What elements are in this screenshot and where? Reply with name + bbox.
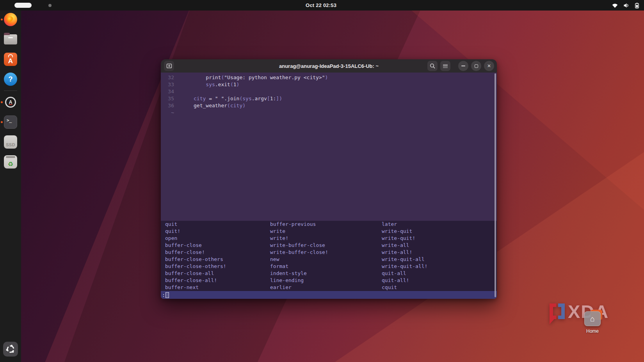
completion-item[interactable]: quit [165, 221, 270, 228]
completion-item[interactable]: format [270, 263, 382, 270]
home-desktop-icon[interactable]: ⌂ Home [582, 311, 603, 334]
completion-item[interactable]: write-quit [382, 228, 497, 235]
completion-item[interactable]: write-all [382, 242, 497, 249]
terminal-titlebar[interactable]: anurag@anurag-IdeaPad-3-15ALC6-Ub: ~ ✕ [161, 59, 497, 73]
scrollbar[interactable] [495, 73, 496, 297]
search-icon [430, 63, 435, 69]
completion-item[interactable]: quit! [165, 228, 270, 235]
completion-item[interactable]: buffer-close [165, 242, 270, 249]
completion-item[interactable]: quit-all! [382, 277, 497, 284]
dock-item-ssd-drive[interactable]: SSD [0, 135, 21, 149]
search-button[interactable] [427, 61, 438, 71]
dock-item-firefox[interactable] [0, 13, 21, 26]
dock-item-ubuntu-logo[interactable] [0, 342, 21, 355]
close-button[interactable]: ✕ [484, 61, 494, 71]
files-folder-icon [4, 34, 17, 44]
updater-ring: A [5, 97, 16, 108]
ubuntu-logo-icon [3, 342, 18, 357]
ssd-label: SSD [6, 142, 15, 147]
terminal-window: anurag@anurag-IdeaPad-3-15ALC6-Ub: ~ ✕ [161, 59, 497, 299]
screen-recorder-pill [14, 3, 32, 8]
xda-right-bracket-icon [558, 303, 565, 319]
line-number: 35 [161, 95, 174, 102]
line-number: 33 [161, 81, 174, 88]
bag-letter: A [8, 58, 13, 64]
completion-item[interactable]: buffer-close-all! [165, 277, 270, 284]
tilde-marker: ~ [161, 109, 174, 116]
completion-item[interactable]: buffer-next [165, 284, 270, 291]
completion-item[interactable]: write! [270, 235, 382, 242]
completion-item[interactable]: buffer-close-all [165, 270, 270, 277]
minimize-button[interactable] [458, 61, 468, 71]
completion-item[interactable]: indent-style [270, 270, 382, 277]
code-line: 36get_weather(city) [161, 102, 497, 109]
code-line: 33 sys.exit(1) [161, 81, 497, 88]
completion-item[interactable]: write-buffer-close [270, 242, 382, 249]
completion-item[interactable]: buffer-close! [165, 249, 270, 256]
code-text: print("Usage: python weather.py <city>") [194, 74, 328, 81]
completion-item[interactable]: write-buffer-close! [270, 249, 382, 256]
completion-item[interactable]: write-all! [382, 249, 497, 256]
completion-item[interactable]: write [270, 228, 382, 235]
dock-item-files[interactable] [0, 33, 21, 46]
completion-item[interactable]: earlier [270, 284, 382, 291]
completion-item[interactable]: new [270, 256, 382, 263]
completion-item[interactable]: buffer-close-others [165, 256, 270, 263]
home-icon-label: Home [582, 328, 603, 334]
text-cursor [165, 292, 169, 298]
code-line: 32 print("Usage: python weather.py <city… [161, 74, 497, 81]
maximize-button[interactable] [471, 61, 481, 71]
menu-button[interactable] [440, 61, 450, 71]
dock-item-terminal[interactable]: >_ [0, 115, 21, 129]
line-number: 32 [161, 74, 174, 81]
updater-letter: A [9, 100, 12, 105]
completion-item[interactable]: write-quit-all! [382, 263, 497, 270]
completion-item[interactable]: open [165, 235, 270, 242]
xda-left-bracket-icon [550, 303, 556, 319]
dock: A ? A >_ SSD ♻ [0, 11, 21, 362]
line-number: 36 [161, 102, 174, 109]
completion-item[interactable]: cquit [382, 284, 497, 291]
completion-item[interactable]: write-quit-all [382, 256, 497, 263]
completion-item[interactable]: buffer-previous [270, 221, 382, 228]
close-icon: ✕ [487, 64, 491, 68]
command-line[interactable]: : [161, 291, 497, 299]
code-text: city = " ".join(sys.argv[1:]) [194, 95, 282, 102]
completion-item[interactable]: quit-all [382, 270, 497, 277]
running-indicator [1, 121, 3, 123]
completion-column: laterwrite-quitwrite-quit!write-allwrite… [382, 221, 497, 291]
dock-item-ubuntu-software[interactable]: A [0, 53, 21, 66]
volume-icon[interactable] [623, 3, 630, 8]
circle-of-friends [5, 344, 16, 354]
help-icon: ? [4, 73, 17, 86]
system-status-area[interactable] [612, 0, 639, 11]
battery-icon[interactable] [635, 2, 639, 9]
completion-popup: quitquit!openbuffer-closebuffer-close!bu… [161, 221, 497, 291]
completion-item[interactable]: write-quit! [382, 235, 497, 242]
completion-item[interactable]: line-ending [270, 277, 382, 284]
running-indicator [1, 19, 3, 21]
wifi-icon[interactable] [612, 3, 618, 8]
titlebar-controls: ✕ [427, 61, 494, 71]
minimize-icon [461, 66, 465, 66]
dock-item-software-updater[interactable]: A [0, 96, 21, 109]
recorder-dot [48, 4, 52, 7]
trash-icon: ♻ [4, 155, 17, 169]
house-icon: ⌂ [590, 315, 595, 323]
empty-buffer-line: ~ [161, 109, 497, 116]
ssd-drive-icon: SSD [4, 135, 17, 149]
clock[interactable]: Oct 22 02:53 [306, 0, 336, 11]
dock-item-trash[interactable]: ♻ [0, 155, 21, 169]
dock-item-help[interactable]: ? [0, 73, 21, 86]
editor-area[interactable]: 32 print("Usage: python weather.py <city… [161, 73, 497, 221]
completion-item[interactable]: later [382, 221, 497, 228]
new-tab-button[interactable] [164, 61, 174, 71]
terminal-prompt-glyph: >_ [7, 118, 12, 123]
ubuntu-software-icon: A [4, 53, 17, 66]
hamburger-icon [443, 64, 448, 68]
bag-handle [8, 54, 13, 57]
completion-item[interactable]: buffer-close-others! [165, 263, 270, 270]
new-tab-icon [166, 63, 172, 69]
terminal-icon: >_ [4, 115, 17, 129]
line-number: 34 [161, 88, 174, 95]
